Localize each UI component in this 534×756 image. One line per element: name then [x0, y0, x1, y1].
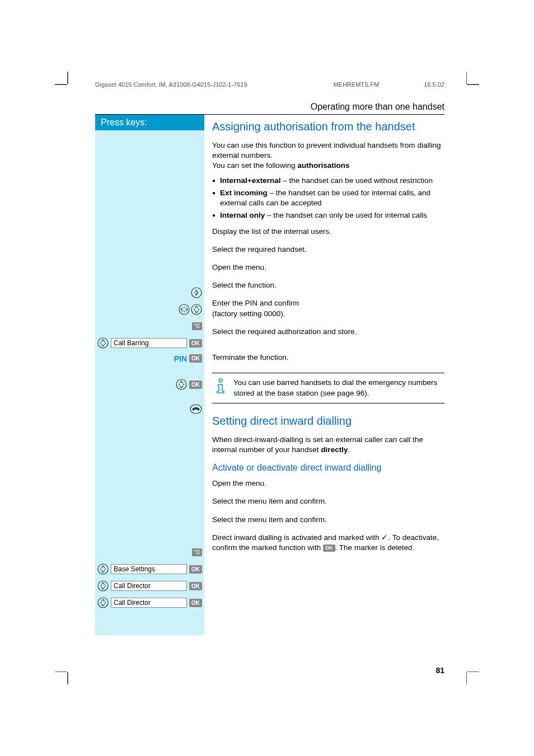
ok-button: OK — [189, 339, 202, 348]
nav-vertical-icon — [97, 580, 109, 591]
ok-button: OK — [189, 381, 202, 389]
section-title: Operating more than one handset — [95, 102, 444, 112]
step-text: Select the menu item and confirm. — [212, 515, 327, 525]
svg-point-25 — [105, 569, 106, 570]
hangup-icon — [190, 403, 202, 415]
step-text: Terminate the function. — [212, 353, 289, 363]
doc-file: MEHREMTS.FM — [333, 81, 379, 88]
step-text: Direct inward dialling is activated and … — [212, 533, 444, 553]
crop-mark — [55, 672, 67, 673]
nav-horizontal-icon — [179, 304, 190, 315]
ok-button: OK — [189, 582, 202, 590]
svg-rect-11 — [196, 326, 200, 326]
crop-mark — [67, 672, 68, 684]
ok-button: OK — [189, 599, 202, 607]
step-text: Select the required authorization and st… — [212, 327, 357, 337]
svg-point-17 — [179, 384, 180, 385]
nav-vertical-icon — [97, 564, 109, 575]
doc-date: 16.5.02 — [424, 81, 444, 88]
press-keys-column: Press keys: — [95, 115, 204, 635]
nav-vertical-icon — [97, 597, 109, 608]
svg-point-27 — [100, 585, 101, 586]
ok-button: OK — [189, 354, 202, 363]
menu-icon — [192, 548, 202, 556]
svg-point-0 — [191, 288, 202, 298]
svg-point-9 — [198, 309, 199, 310]
svg-rect-12 — [196, 327, 200, 328]
heading-assigning-authorisation: Assigning authorisation from the handset — [212, 119, 444, 134]
press-keys-label: Press keys: — [95, 115, 204, 130]
step-text: Select the function. — [212, 280, 277, 290]
crop-mark — [55, 84, 67, 85]
base-settings-label: Base Settings — [111, 564, 187, 574]
svg-point-18 — [183, 384, 184, 385]
svg-point-2 — [196, 290, 197, 291]
step-text: Display the list of the internal users. — [212, 227, 331, 237]
pin-label: PIN — [174, 354, 187, 363]
call-barring-label: Call Barring — [111, 338, 187, 348]
info-note: You can use barred handsets to dial the … — [212, 373, 444, 403]
list-item: Internal+external – the handset can be u… — [212, 176, 444, 186]
crop-mark — [67, 72, 68, 84]
svg-point-28 — [105, 585, 106, 586]
ok-inline-icon: OK — [323, 544, 335, 552]
step-text: Open the menu. — [212, 478, 266, 489]
svg-point-24 — [100, 569, 101, 570]
svg-rect-22 — [196, 553, 200, 554]
menu-icon — [192, 322, 202, 330]
svg-rect-21 — [196, 552, 200, 552]
subheading-activate-deactivate: Activate or deactivate direct inward dia… — [212, 463, 444, 473]
list-item: Ext incoming – the handset can be used f… — [212, 188, 444, 208]
call-director-label: Call Director — [111, 598, 187, 608]
doc-header: Gigaset 4015 Comfort, IM, A31008-G4015-J… — [95, 81, 444, 88]
crop-mark — [466, 72, 467, 84]
heading-direct-inward-dialling: Setting direct inward dialling — [212, 414, 444, 428]
intro-paragraph: When direct-inward-dialling is set an ex… — [212, 435, 444, 455]
info-text: You can use barred handsets to dial the … — [233, 378, 443, 398]
svg-point-15 — [105, 342, 106, 344]
crop-mark — [467, 672, 479, 673]
svg-point-8 — [194, 309, 195, 310]
svg-point-32 — [219, 379, 222, 382]
svg-rect-10 — [196, 324, 200, 325]
page-number: 81 — [95, 666, 444, 675]
svg-rect-20 — [196, 550, 200, 551]
authorisation-list: Internal+external – the handset can be u… — [212, 176, 444, 221]
svg-point-5 — [184, 307, 185, 308]
nav-right-icon — [191, 287, 202, 298]
svg-point-3 — [196, 294, 197, 295]
call-director-label: Call Director — [111, 581, 187, 591]
svg-point-30 — [100, 602, 101, 603]
doc-id: Gigaset 4015 Comfort, IM, A31008-G4015-J… — [95, 81, 311, 88]
step-text: Select the menu item and confirm. — [212, 496, 327, 506]
svg-point-6 — [184, 311, 185, 312]
main-content: Assigning authorisation from the handset… — [204, 115, 444, 635]
svg-point-14 — [100, 342, 101, 344]
info-icon — [213, 378, 228, 396]
svg-point-1 — [194, 292, 195, 293]
crop-mark — [466, 672, 467, 684]
list-item: Internal only – the handset can only be … — [212, 210, 444, 220]
step-text: Select the required handset. — [212, 245, 307, 255]
nav-vertical-icon — [176, 379, 187, 390]
step-text: Enter the PIN and confirm (factory setti… — [212, 298, 299, 318]
ok-button: OK — [189, 565, 202, 574]
svg-point-31 — [105, 602, 106, 603]
crop-mark — [467, 84, 479, 85]
nav-vertical-icon — [97, 337, 109, 349]
step-text: Open the menu. — [212, 262, 266, 273]
intro-paragraph: You can use this function to prevent ind… — [212, 140, 444, 171]
nav-vertical-icon — [191, 304, 202, 315]
